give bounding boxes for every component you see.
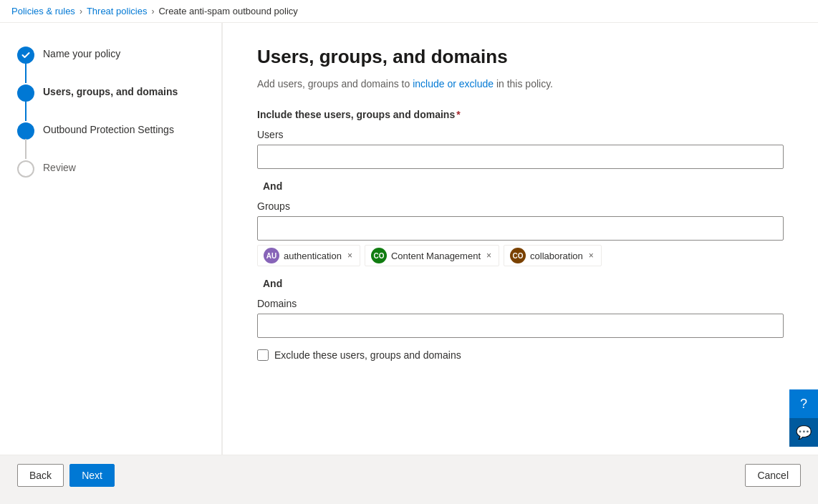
step-label-review: Review xyxy=(43,160,76,173)
exclude-checkbox[interactable] xyxy=(257,349,269,361)
step-item-protection: Outbound Protection Settings xyxy=(17,122,204,160)
step-connector-2 xyxy=(25,101,27,121)
tag-avatar-content: CO xyxy=(371,248,387,263)
step-circle-users xyxy=(17,84,34,102)
tag-label-content: Content Management xyxy=(391,251,481,261)
step-label-users: Users, groups, and domains xyxy=(43,84,178,97)
step-label-protection: Outbound Protection Settings xyxy=(43,122,174,135)
step-connector-3 xyxy=(25,139,27,159)
and-label-1: And xyxy=(263,180,784,192)
page-description: Add users, groups and domains to include… xyxy=(257,77,784,92)
step-connector-1 xyxy=(25,63,27,83)
domains-input[interactable] xyxy=(257,314,784,338)
exclude-checkbox-row: Exclude these users, groups and domains xyxy=(257,349,784,361)
tag-close-collab[interactable]: × xyxy=(587,251,595,261)
step-circle-name xyxy=(17,47,34,64)
chat-icon: 💬 xyxy=(796,425,812,440)
tag-label-auth: authentication xyxy=(284,251,342,261)
tag-close-auth[interactable]: × xyxy=(346,251,354,261)
exclude-checkbox-label: Exclude these users, groups and domains xyxy=(274,349,461,361)
users-field-group: Users xyxy=(257,129,784,169)
step-item-users: Users, groups, and domains xyxy=(17,84,204,122)
breadcrumb-sep-2: › xyxy=(151,6,154,16)
content-area: Users, groups, and domains Add users, gr… xyxy=(222,23,818,455)
users-label: Users xyxy=(257,129,784,140)
tag-avatar-collab: CO xyxy=(510,248,526,263)
step-item-review: Review xyxy=(17,160,204,178)
tag-avatar-auth: AU xyxy=(264,248,279,263)
cancel-button[interactable]: Cancel xyxy=(745,464,801,487)
include-exclude-link[interactable]: include or exclude xyxy=(413,78,494,89)
breadcrumb-threat-link[interactable]: Threat policies xyxy=(87,6,148,16)
required-marker: * xyxy=(456,109,460,120)
domains-field-group: Domains xyxy=(257,298,784,338)
breadcrumb-sep-1: › xyxy=(80,6,82,16)
next-button[interactable]: Next xyxy=(69,464,115,487)
tag-collaboration: CO collaboration × xyxy=(504,245,602,266)
page-title: Users, groups, and domains xyxy=(257,46,784,68)
breadcrumb-policies-link[interactable]: Policies & rules xyxy=(11,6,75,16)
back-button[interactable]: Back xyxy=(17,464,64,487)
groups-input[interactable] xyxy=(257,216,784,241)
help-icon: ? xyxy=(800,397,807,412)
breadcrumb: Policies & rules › Threat policies › Cre… xyxy=(0,0,818,23)
users-input[interactable] xyxy=(257,145,784,169)
wizard-sidebar: Name your policy Users, groups, and doma… xyxy=(0,23,222,455)
tag-authentication: AU authentication × xyxy=(257,245,360,266)
tag-label-collab: collaboration xyxy=(530,251,583,261)
domains-label: Domains xyxy=(257,298,784,309)
tag-close-content[interactable]: × xyxy=(485,251,493,261)
groups-field-group: Groups AU authentication × CO Content Ma… xyxy=(257,200,784,266)
section-label: Include these users, groups and domains* xyxy=(257,109,784,120)
tag-content-management: CO Content Management × xyxy=(365,245,499,266)
groups-tags: AU authentication × CO Content Managemen… xyxy=(257,245,784,266)
bottom-bar: Back Next Cancel xyxy=(0,455,818,495)
chat-button[interactable]: 💬 xyxy=(789,418,818,447)
step-circle-review xyxy=(17,160,34,178)
step-circle-protection xyxy=(17,122,34,140)
breadcrumb-current: Create anti-spam outbound policy xyxy=(158,6,297,16)
groups-label: Groups xyxy=(257,200,784,212)
step-item-name: Name your policy xyxy=(17,46,204,84)
and-label-2: And xyxy=(263,278,784,289)
step-label-name: Name your policy xyxy=(43,46,120,59)
side-actions: ? 💬 xyxy=(789,389,818,447)
help-button[interactable]: ? xyxy=(789,389,818,418)
